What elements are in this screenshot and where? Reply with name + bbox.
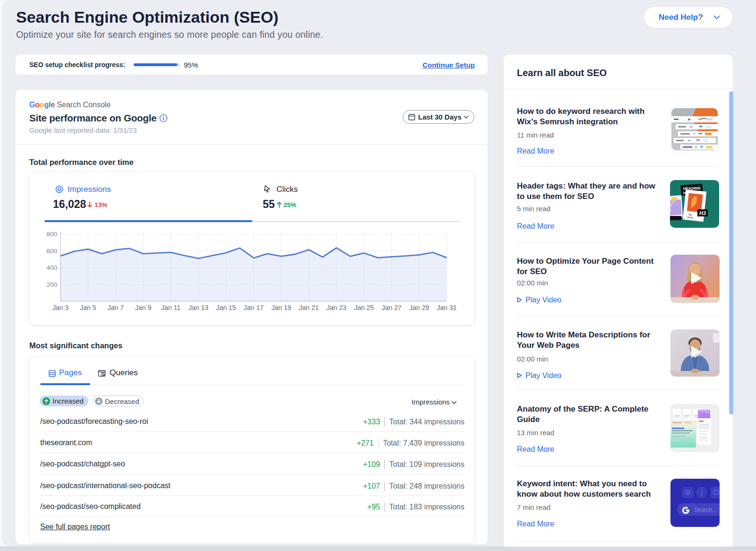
svg-text:800: 800 <box>46 231 57 238</box>
svg-text:Jan 9: Jan 9 <box>135 304 151 311</box>
svg-text:600: 600 <box>46 248 57 255</box>
svg-text:Jan 31: Jan 31 <box>437 304 457 311</box>
svg-text:Jan 25: Jan 25 <box>354 304 374 311</box>
svg-text:Search...: Search... <box>694 507 717 513</box>
svg-text:Jan 7: Jan 7 <box>108 304 124 311</box>
svg-text:400: 400 <box>46 264 57 271</box>
svg-text:Jan 17: Jan 17 <box>244 304 264 311</box>
svg-text:H3: H3 <box>699 210 706 216</box>
svg-text:Jan 19: Jan 19 <box>271 304 291 311</box>
svg-text:Jan 5: Jan 5 <box>80 304 96 311</box>
svg-text:Jan 23: Jan 23 <box>326 304 346 311</box>
svg-text:Jan 3: Jan 3 <box>52 304 69 311</box>
svg-text:Jan 27: Jan 27 <box>382 304 402 311</box>
svg-text:200: 200 <box>46 281 57 288</box>
svg-text:Jan 21: Jan 21 <box>299 304 319 311</box>
svg-text:Jan 11: Jan 11 <box>161 304 180 311</box>
svg-text:Jan 15: Jan 15 <box>216 304 236 311</box>
svg-text:Jan 29: Jan 29 <box>409 304 429 311</box>
svg-text:Jan 13: Jan 13 <box>189 304 208 311</box>
